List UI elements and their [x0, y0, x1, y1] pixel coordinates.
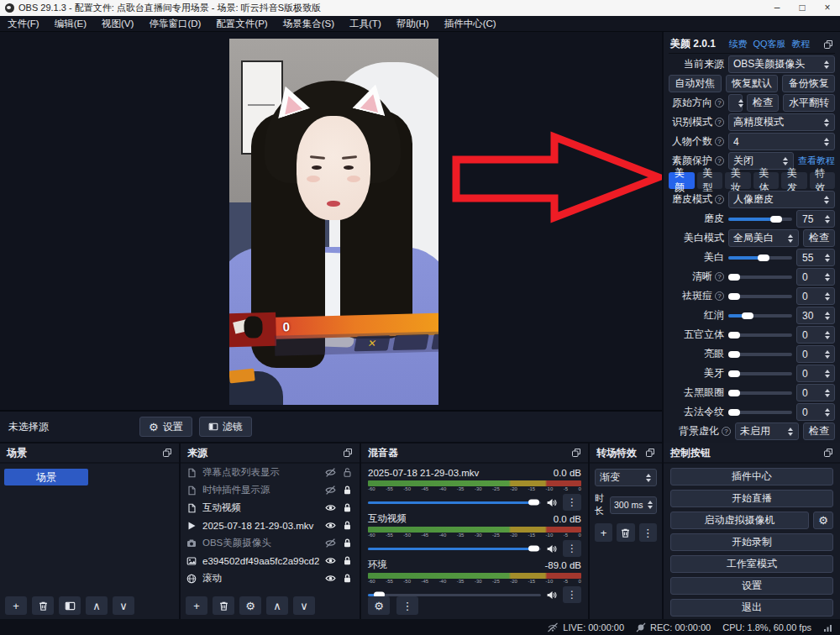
dark-circles-value-spinbox[interactable]: 0 — [796, 384, 835, 401]
menu-file[interactable]: 文件(F) — [0, 16, 47, 32]
start-recording-button[interactable]: 开始录制 — [670, 533, 833, 551]
source-settings-button[interactable]: ⚙ 设置 — [139, 417, 192, 437]
backup-restore-button[interactable]: 备份恢复 — [782, 75, 835, 92]
blemish-value-spinbox[interactable]: 0 — [796, 287, 835, 305]
add-scene-button[interactable]: + — [5, 596, 27, 615]
clarity-slider[interactable] — [728, 276, 792, 279]
source-row[interactable]: OBS美颜摄像头 — [181, 534, 360, 552]
volume-slider[interactable] — [368, 548, 541, 550]
whiten-slider[interactable] — [728, 256, 792, 260]
help-icon[interactable] — [715, 195, 724, 204]
exit-button[interactable]: 退出 — [670, 599, 833, 617]
clarity-value-spinbox[interactable]: 0 — [796, 268, 835, 286]
features-slider[interactable] — [728, 333, 792, 337]
source-row[interactable]: 时钟插件显示源 — [181, 481, 360, 499]
source-move-up-button[interactable]: ∧ — [266, 596, 288, 615]
transition-menu-button[interactable]: ⋮ — [639, 523, 657, 542]
visibility-icon[interactable] — [325, 520, 336, 531]
scene-move-up-button[interactable]: ∧ — [86, 596, 108, 615]
settings-button[interactable]: 设置 — [670, 577, 833, 595]
person-count-spinner[interactable]: 4 — [728, 133, 835, 150]
visibility-off-icon[interactable] — [325, 485, 336, 496]
rosy-value-spinbox[interactable]: 30 — [796, 307, 835, 324]
tab-reshape[interactable]: 美型 — [697, 172, 723, 189]
remove-transition-button[interactable] — [617, 523, 634, 542]
whiten-check-button[interactable]: 检查 — [803, 229, 835, 247]
whiten-mode-select[interactable]: 全局美白 — [728, 229, 799, 247]
horizontal-flip-button[interactable]: 水平翻转 — [783, 94, 835, 112]
scene-item-selected[interactable]: 场景 — [4, 469, 88, 485]
restore-default-button[interactable]: 恢复默认 — [726, 75, 779, 92]
autofocus-button[interactable]: 自动对焦 — [669, 75, 722, 92]
menu-docks[interactable]: 停靠窗口(D) — [141, 16, 208, 32]
features-value-spinbox[interactable]: 0 — [796, 326, 835, 344]
smooth-slider[interactable] — [728, 218, 792, 221]
help-icon[interactable] — [715, 291, 724, 301]
menu-tools[interactable]: 工具(T) — [342, 16, 389, 32]
close-button[interactable]: × — [815, 0, 840, 16]
lock-icon[interactable] — [342, 538, 353, 548]
remove-scene-button[interactable] — [32, 596, 54, 615]
menu-help[interactable]: 帮助(H) — [389, 16, 437, 32]
lock-icon[interactable] — [342, 573, 353, 584]
remove-source-button[interactable] — [213, 596, 234, 615]
background-blur-select[interactable]: 未启用 — [735, 422, 799, 440]
menu-scene-collection[interactable]: 场景集合(S) — [276, 16, 342, 32]
help-icon[interactable] — [715, 98, 724, 108]
lock-icon[interactable] — [342, 485, 353, 496]
tab-effects[interactable]: 特效 — [810, 172, 836, 189]
orientation-select[interactable]: 上 — [728, 94, 743, 112]
start-virtual-camera-button[interactable]: 启动虚拟摄像机 — [670, 512, 809, 529]
current-source-select[interactable]: OBS美颜摄像头 — [728, 55, 835, 73]
whiten-value-spinbox[interactable]: 55 — [796, 249, 835, 266]
channel-menu-button[interactable]: ⋮ — [563, 586, 581, 603]
channel-menu-button[interactable]: ⋮ — [563, 494, 581, 511]
volume-slider[interactable] — [368, 501, 541, 504]
smooth-mode-select[interactable]: 人像磨皮 — [728, 191, 835, 208]
help-icon[interactable] — [715, 118, 724, 127]
detect-mode-select[interactable]: 高精度模式 — [728, 113, 835, 131]
minimize-button[interactable]: – — [764, 0, 790, 16]
speaker-icon[interactable] — [546, 590, 558, 601]
source-row[interactable]: 弹幕点歌列表显示 — [181, 464, 360, 481]
studio-mode-button[interactable]: 工作室模式 — [670, 555, 833, 573]
popout-icon[interactable] — [162, 448, 172, 458]
tab-body[interactable]: 美体 — [753, 172, 780, 189]
menu-profile[interactable]: 配置文件(P) — [208, 16, 275, 32]
visibility-off-icon[interactable] — [325, 467, 336, 478]
menu-edit[interactable]: 编辑(E) — [47, 16, 94, 32]
qq-support-link[interactable]: QQ客服 — [753, 38, 785, 50]
bright-eyes-value-spinbox[interactable]: 0 — [796, 345, 835, 363]
lock-icon[interactable] — [342, 555, 353, 566]
virtual-camera-settings-button[interactable]: ⚙ — [813, 512, 833, 529]
teeth-slider[interactable] — [728, 372, 792, 375]
background-blur-check-button[interactable]: 检查 — [803, 422, 835, 440]
rosy-slider[interactable] — [728, 314, 792, 318]
teeth-value-spinbox[interactable]: 0 — [796, 365, 835, 382]
help-icon[interactable] — [715, 272, 724, 281]
help-icon[interactable] — [715, 156, 724, 165]
plugin-center-button[interactable]: 插件中心 — [670, 468, 833, 485]
duration-spinner[interactable]: 300 ms — [610, 496, 657, 514]
help-icon[interactable] — [715, 137, 724, 146]
tab-beauty[interactable]: 美颜 — [669, 172, 695, 189]
lock-open-icon[interactable] — [342, 467, 353, 478]
visibility-off-icon[interactable] — [325, 538, 336, 548]
menu-plugin-center[interactable]: 插件中心(C) — [437, 16, 504, 32]
source-move-down-button[interactable]: ∨ — [293, 596, 315, 615]
visibility-icon[interactable] — [325, 555, 336, 566]
speaker-icon[interactable] — [546, 543, 558, 554]
smooth-value-spinbox[interactable]: 75 — [796, 210, 835, 228]
source-filters-button[interactable]: 滤镜 — [199, 417, 252, 437]
nasolabial-slider[interactable] — [728, 411, 792, 414]
popout-icon[interactable] — [571, 448, 581, 458]
source-row[interactable]: e394502df49aa5fc2a99cd2e7c — [181, 552, 360, 569]
scene-filters-button[interactable] — [59, 596, 81, 615]
popout-icon[interactable] — [823, 39, 833, 50]
popout-icon[interactable] — [823, 448, 833, 458]
scene-move-down-button[interactable]: ∨ — [113, 596, 134, 615]
popout-icon[interactable] — [645, 448, 655, 458]
renew-link[interactable]: 续费 — [728, 38, 747, 50]
transition-select[interactable]: 渐变 — [595, 469, 657, 486]
bright-eyes-slider[interactable] — [728, 353, 792, 356]
